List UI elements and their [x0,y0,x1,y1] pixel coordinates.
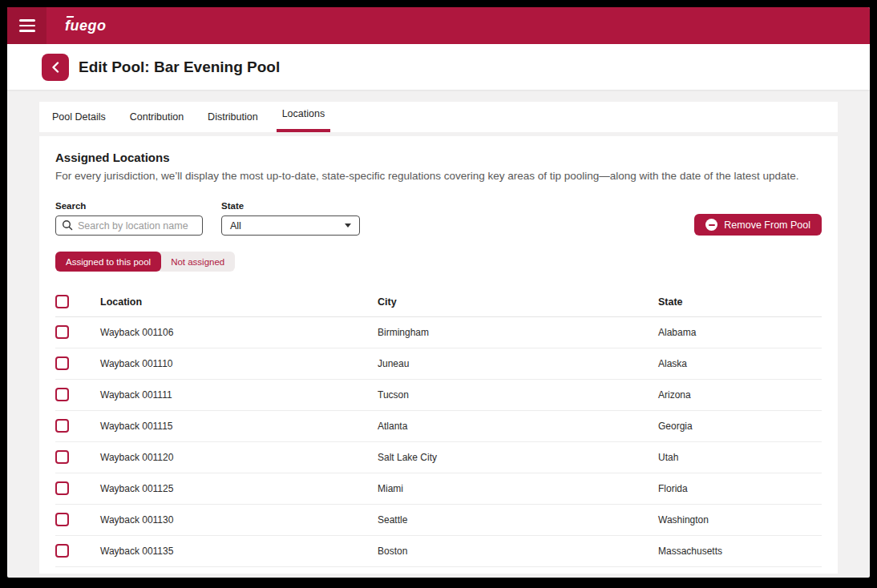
table-row: Wayback 001111 Tucson Arizona [55,380,822,411]
state-select-value: All [230,220,241,232]
state-field-group: State All [221,201,360,236]
table-row: Wayback 001115 Atlanta Georgia [55,411,822,442]
cell-location: Wayback 001111 [100,389,378,401]
chevron-down-icon [345,224,351,228]
chip-assigned-to-pool[interactable]: Assigned to this pool [55,252,161,272]
cell-city: Atlanta [378,421,658,432]
table-row: Wayback 001135 Boston Massachusetts [55,536,822,567]
row-checkbox[interactable] [55,388,69,401]
row-checkbox[interactable] [55,356,69,370]
table-row: Wayback 001106 Birmingham Alabama [55,317,822,348]
cell-state: Massachusetts [658,546,822,557]
tab-bar: Pool Details Contribution Distribution L… [39,102,838,132]
assignment-filter: Assigned to this pool Not assigned [55,252,822,272]
cell-state: Georgia [658,421,822,432]
column-header-city: City [378,296,658,308]
tab-locations[interactable]: Locations [282,102,325,132]
remove-from-pool-button[interactable]: Remove From Pool [694,214,822,236]
locations-table: Location City State Wayback 001106 Birmi… [55,287,822,567]
cell-state: Florida [658,483,822,494]
page-header: Edit Pool: Bar Evening Pool [7,44,870,90]
menu-button[interactable] [7,7,46,44]
tab-contribution[interactable]: Contribution [130,102,184,132]
row-checkbox[interactable] [55,419,69,433]
cell-location: Wayback 001115 [100,421,378,432]
cell-city: Juneau [378,358,658,369]
table-row: Wayback 001120 Salt Lake City Utah [55,442,822,473]
cell-location: Wayback 001125 [100,483,378,494]
cell-state: Washington [658,514,822,526]
main-area: Pool Details Contribution Distribution L… [7,90,870,578]
table-body: Wayback 001106 Birmingham Alabama Waybac… [55,317,822,567]
cell-location: Wayback 001106 [100,327,378,338]
row-checkbox[interactable] [55,513,69,526]
tab-distribution[interactable]: Distribution [208,102,258,132]
locations-panel: Assigned Locations For every jurisdictio… [39,136,838,574]
hamburger-icon [19,19,35,22]
cell-location: Wayback 001135 [100,546,378,557]
cell-location: Wayback 001130 [100,514,378,526]
cell-state: Alaska [658,358,822,369]
cell-state: Utah [658,452,822,463]
search-field-group: Search [55,201,203,236]
table-row: Wayback 001125 Miami Florida [55,473,822,505]
remove-from-pool-label: Remove From Pool [724,219,810,231]
page-title: Edit Pool: Bar Evening Pool [79,58,280,76]
cell-state: Alabama [658,327,822,338]
cell-city: Salt Lake City [378,452,658,463]
screenshot-frame: fuego Edit Pool: Bar Evening Pool Pool D… [0,0,877,588]
chip-not-assigned[interactable]: Not assigned [156,252,235,272]
brand-logo: fuego [65,18,107,33]
column-header-location: Location [100,296,378,308]
filter-controls: Search State All [55,201,822,236]
cell-location: Wayback 001110 [100,358,378,369]
select-all-checkbox[interactable] [55,295,69,308]
state-select[interactable]: All [221,215,360,236]
column-header-state: State [658,296,822,308]
cell-city: Tucson [378,389,658,401]
row-checkbox[interactable] [55,450,69,464]
row-checkbox[interactable] [55,544,69,558]
app-window: fuego Edit Pool: Bar Evening Pool Pool D… [7,7,870,578]
cell-city: Boston [378,546,658,557]
section-description: For every jurisdiction, we’ll display th… [55,170,822,182]
row-checkbox[interactable] [55,325,69,339]
app-bar: fuego [7,7,870,44]
table-row: Wayback 001130 Seattle Washington [55,505,822,536]
minus-circle-icon [705,219,717,231]
section-title: Assigned Locations [55,151,822,164]
search-input[interactable] [55,215,203,236]
cell-state: Arizona [658,389,822,401]
back-button[interactable] [42,54,69,81]
cell-city: Seattle [378,514,658,526]
chevron-left-icon [51,62,59,73]
tab-pool-details[interactable]: Pool Details [52,102,106,132]
search-label: Search [55,201,203,211]
search-icon [62,219,73,231]
cell-city: Birmingham [378,327,658,338]
cell-location: Wayback 001120 [100,452,378,463]
table-row: Wayback 001110 Juneau Alaska [55,348,822,380]
row-checkbox[interactable] [55,481,69,495]
table-header-row: Location City State [55,287,822,317]
state-label: State [221,201,360,211]
cell-city: Miami [378,483,658,494]
